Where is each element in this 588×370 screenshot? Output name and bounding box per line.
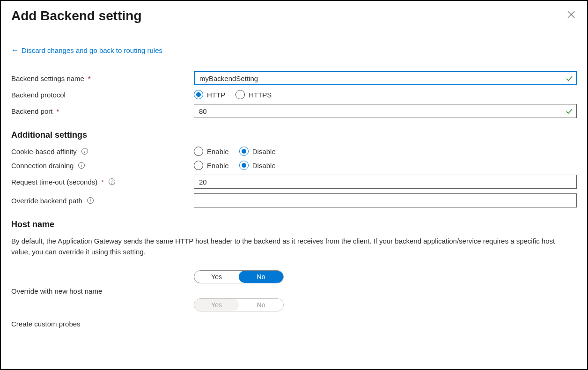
connection-draining-radio-group: Enable Disable bbox=[194, 161, 276, 170]
override-path-label: Override backend path bbox=[11, 197, 82, 205]
additional-settings-heading: Additional settings bbox=[11, 130, 577, 140]
arrow-left-icon: ← bbox=[11, 46, 19, 54]
cookie-affinity-radio-group: Enable Disable bbox=[194, 147, 276, 156]
close-icon bbox=[567, 11, 575, 18]
discard-back-link[interactable]: ← Discard changes and go back to routing… bbox=[11, 46, 577, 54]
info-icon[interactable]: i bbox=[87, 197, 94, 204]
protocol-radio-group: HTTP HTTPS bbox=[194, 90, 272, 99]
protocol-http-radio[interactable]: HTTP bbox=[194, 90, 225, 99]
settings-name-label: Backend settings name bbox=[11, 74, 84, 82]
pane-title: Add Backend setting bbox=[11, 8, 141, 23]
override-hostname-toggle[interactable]: Yes No bbox=[194, 270, 284, 283]
custom-probes-toggle: Yes No bbox=[194, 298, 284, 311]
add-backend-setting-pane: Add Backend setting ← Discard changes an… bbox=[0, 0, 588, 370]
port-input[interactable] bbox=[194, 104, 577, 118]
radio-icon bbox=[239, 147, 249, 156]
close-button[interactable] bbox=[566, 8, 577, 22]
info-icon[interactable]: i bbox=[78, 162, 85, 169]
custom-probes-yes: Yes bbox=[194, 299, 239, 311]
radio-icon bbox=[235, 90, 245, 99]
override-hostname-label: Override with new host name bbox=[11, 287, 102, 295]
protocol-label: Backend protocol bbox=[11, 91, 66, 99]
connection-draining-label: Connection draining bbox=[11, 162, 74, 170]
override-path-input[interactable] bbox=[194, 193, 577, 207]
info-icon[interactable]: i bbox=[109, 178, 115, 185]
request-timeout-label: Request time-out (seconds) bbox=[11, 178, 97, 186]
radio-icon bbox=[194, 161, 203, 170]
required-star: * bbox=[56, 107, 59, 115]
cookie-affinity-enable-radio[interactable]: Enable bbox=[194, 147, 229, 156]
connection-draining-enable-radio[interactable]: Enable bbox=[194, 161, 229, 170]
custom-probes-no: No bbox=[239, 299, 283, 311]
check-icon bbox=[566, 107, 573, 115]
override-hostname-yes[interactable]: Yes bbox=[194, 271, 239, 283]
cookie-affinity-label: Cookie-based affinity bbox=[11, 148, 77, 155]
protocol-https-radio[interactable]: HTTPS bbox=[235, 90, 272, 99]
hostname-description: By default, the Application Gateway send… bbox=[11, 236, 564, 257]
required-star: * bbox=[101, 178, 104, 186]
custom-probes-label: Create custom probes bbox=[11, 320, 81, 328]
radio-icon bbox=[239, 161, 249, 170]
settings-name-input[interactable] bbox=[194, 71, 577, 85]
cookie-affinity-disable-radio[interactable]: Disable bbox=[239, 147, 276, 156]
required-star: * bbox=[88, 74, 91, 82]
info-icon[interactable]: i bbox=[81, 148, 88, 155]
port-label: Backend port bbox=[11, 107, 52, 115]
connection-draining-disable-radio[interactable]: Disable bbox=[239, 161, 276, 170]
request-timeout-input[interactable] bbox=[194, 175, 577, 189]
radio-icon bbox=[194, 90, 203, 99]
hostname-heading: Host name bbox=[11, 220, 577, 229]
check-icon bbox=[566, 74, 573, 82]
radio-icon bbox=[194, 147, 203, 156]
back-link-text: Discard changes and go back to routing r… bbox=[22, 46, 162, 54]
override-hostname-no[interactable]: No bbox=[239, 271, 283, 283]
